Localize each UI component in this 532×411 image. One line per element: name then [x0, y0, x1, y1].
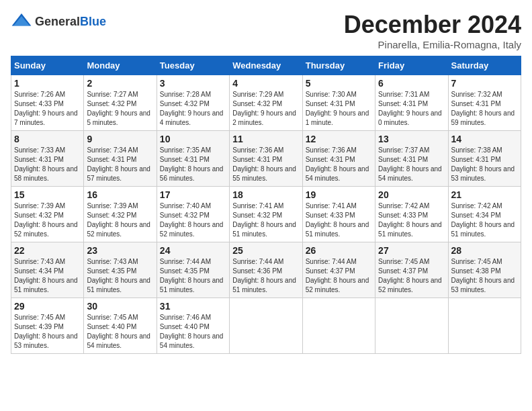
logo-general: General: [35, 15, 80, 28]
calendar-day-12: 12Sunrise: 7:36 AMSunset: 4:31 PMDayligh…: [302, 131, 375, 187]
day-info: Sunrise: 7:43 AMSunset: 4:35 PMDaylight:…: [87, 258, 150, 293]
weekday-header-saturday: Saturday: [448, 56, 521, 75]
calendar-day-4: 4Sunrise: 7:29 AMSunset: 4:32 PMDaylight…: [230, 75, 302, 131]
calendar-day-5: 5Sunrise: 7:30 AMSunset: 4:31 PMDaylight…: [302, 75, 375, 131]
day-info: Sunrise: 7:45 AMSunset: 4:40 PMDaylight:…: [87, 314, 150, 349]
day-info: Sunrise: 7:41 AMSunset: 4:32 PMDaylight:…: [232, 202, 296, 238]
calendar-week-5: 29Sunrise: 7:45 AMSunset: 4:39 PMDayligh…: [11, 298, 521, 354]
month-title: December 2024: [344, 11, 521, 39]
day-info: Sunrise: 7:32 AMSunset: 4:31 PMDaylight:…: [451, 91, 515, 126]
weekday-header-thursday: Thursday: [302, 56, 375, 75]
calendar-day-11: 11Sunrise: 7:36 AMSunset: 4:31 PMDayligh…: [230, 131, 302, 187]
logo-blue: Blue: [80, 15, 106, 28]
day-info: Sunrise: 7:39 AMSunset: 4:32 PMDaylight:…: [87, 202, 150, 238]
logo: GeneralBlue: [11, 11, 106, 32]
day-info: Sunrise: 7:45 AMSunset: 4:39 PMDaylight:…: [14, 314, 78, 349]
weekday-header-wednesday: Wednesday: [230, 56, 302, 75]
day-number: 25: [232, 245, 299, 256]
day-info: Sunrise: 7:27 AMSunset: 4:32 PMDaylight:…: [87, 91, 150, 126]
calendar-week-4: 22Sunrise: 7:43 AMSunset: 4:34 PMDayligh…: [11, 242, 521, 298]
logo-icon: [11, 11, 32, 32]
day-number: 4: [232, 78, 299, 89]
day-info: Sunrise: 7:39 AMSunset: 4:32 PMDaylight:…: [14, 202, 78, 238]
day-number: 11: [232, 134, 299, 144]
day-number: 20: [378, 189, 445, 200]
day-number: 28: [451, 245, 518, 256]
calendar-empty: [302, 298, 375, 354]
calendar-day-7: 7Sunrise: 7:32 AMSunset: 4:31 PMDaylight…: [448, 75, 521, 131]
day-number: 13: [378, 134, 445, 144]
calendar-day-22: 22Sunrise: 7:43 AMSunset: 4:34 PMDayligh…: [11, 242, 84, 298]
title-section: December 2024 Pinarella, Emilia-Romagna,…: [344, 11, 521, 50]
day-info: Sunrise: 7:44 AMSunset: 4:36 PMDaylight:…: [232, 258, 296, 293]
day-number: 2: [87, 78, 153, 89]
day-number: 8: [14, 134, 81, 144]
calendar-day-10: 10Sunrise: 7:35 AMSunset: 4:31 PMDayligh…: [157, 131, 229, 187]
day-info: Sunrise: 7:34 AMSunset: 4:31 PMDaylight:…: [87, 146, 150, 182]
calendar-week-3: 15Sunrise: 7:39 AMSunset: 4:32 PMDayligh…: [11, 187, 521, 242]
day-number: 9: [87, 134, 153, 144]
calendar-empty: [375, 298, 448, 354]
day-info: Sunrise: 7:35 AMSunset: 4:31 PMDaylight:…: [160, 146, 224, 182]
day-number: 27: [378, 245, 445, 256]
day-info: Sunrise: 7:44 AMSunset: 4:37 PMDaylight:…: [306, 258, 369, 293]
day-number: 10: [160, 134, 226, 144]
weekday-header-sunday: Sunday: [11, 56, 84, 75]
calendar-day-17: 17Sunrise: 7:40 AMSunset: 4:32 PMDayligh…: [157, 187, 229, 242]
day-info: Sunrise: 7:30 AMSunset: 4:31 PMDaylight:…: [306, 91, 369, 126]
calendar-day-8: 8Sunrise: 7:33 AMSunset: 4:31 PMDaylight…: [11, 131, 84, 187]
day-number: 1: [14, 78, 81, 89]
day-number: 26: [306, 245, 372, 256]
calendar-day-24: 24Sunrise: 7:44 AMSunset: 4:35 PMDayligh…: [157, 242, 229, 298]
day-info: Sunrise: 7:45 AMSunset: 4:37 PMDaylight:…: [378, 258, 442, 293]
day-info: Sunrise: 7:42 AMSunset: 4:34 PMDaylight:…: [451, 202, 515, 238]
day-number: 29: [14, 301, 81, 312]
day-number: 19: [306, 189, 372, 200]
day-info: Sunrise: 7:36 AMSunset: 4:31 PMDaylight:…: [232, 146, 296, 182]
calendar-empty: [448, 298, 521, 354]
logo-text: GeneralBlue: [35, 15, 106, 29]
weekday-row: SundayMondayTuesdayWednesdayThursdayFrid…: [11, 56, 521, 75]
calendar-day-6: 6Sunrise: 7:31 AMSunset: 4:31 PMDaylight…: [375, 75, 448, 131]
calendar-day-23: 23Sunrise: 7:43 AMSunset: 4:35 PMDayligh…: [84, 242, 157, 298]
calendar-day-29: 29Sunrise: 7:45 AMSunset: 4:39 PMDayligh…: [11, 298, 84, 354]
day-number: 21: [451, 189, 518, 200]
day-info: Sunrise: 7:44 AMSunset: 4:35 PMDaylight:…: [160, 258, 224, 293]
day-info: Sunrise: 7:29 AMSunset: 4:32 PMDaylight:…: [232, 91, 296, 126]
day-info: Sunrise: 7:46 AMSunset: 4:40 PMDaylight:…: [160, 314, 224, 349]
day-info: Sunrise: 7:36 AMSunset: 4:31 PMDaylight:…: [306, 146, 369, 182]
calendar-day-19: 19Sunrise: 7:41 AMSunset: 4:33 PMDayligh…: [302, 187, 375, 242]
day-info: Sunrise: 7:45 AMSunset: 4:38 PMDaylight:…: [451, 258, 515, 293]
day-number: 23: [87, 245, 153, 256]
calendar-day-27: 27Sunrise: 7:45 AMSunset: 4:37 PMDayligh…: [375, 242, 448, 298]
day-number: 31: [160, 301, 226, 312]
day-info: Sunrise: 7:40 AMSunset: 4:32 PMDaylight:…: [160, 202, 224, 238]
day-number: 6: [378, 78, 445, 89]
calendar-day-18: 18Sunrise: 7:41 AMSunset: 4:32 PMDayligh…: [230, 187, 302, 242]
calendar-week-1: 1Sunrise: 7:26 AMSunset: 4:33 PMDaylight…: [11, 75, 521, 131]
calendar-day-30: 30Sunrise: 7:45 AMSunset: 4:40 PMDayligh…: [84, 298, 157, 354]
calendar-day-14: 14Sunrise: 7:38 AMSunset: 4:31 PMDayligh…: [448, 131, 521, 187]
calendar-day-2: 2Sunrise: 7:27 AMSunset: 4:32 PMDaylight…: [84, 75, 157, 131]
day-info: Sunrise: 7:42 AMSunset: 4:33 PMDaylight:…: [378, 202, 442, 238]
calendar-day-20: 20Sunrise: 7:42 AMSunset: 4:33 PMDayligh…: [375, 187, 448, 242]
calendar-week-2: 8Sunrise: 7:33 AMSunset: 4:31 PMDaylight…: [11, 131, 521, 187]
page-header: GeneralBlue December 2024 Pinarella, Emi…: [11, 11, 521, 50]
day-info: Sunrise: 7:28 AMSunset: 4:32 PMDaylight:…: [160, 91, 224, 126]
calendar-day-25: 25Sunrise: 7:44 AMSunset: 4:36 PMDayligh…: [230, 242, 302, 298]
calendar-day-31: 31Sunrise: 7:46 AMSunset: 4:40 PMDayligh…: [157, 298, 229, 354]
day-number: 22: [14, 245, 81, 256]
day-number: 18: [232, 189, 299, 200]
day-number: 7: [451, 78, 518, 89]
location-subtitle: Pinarella, Emilia-Romagna, Italy: [344, 39, 521, 50]
weekday-header-tuesday: Tuesday: [157, 56, 229, 75]
day-number: 30: [87, 301, 153, 312]
day-info: Sunrise: 7:31 AMSunset: 4:31 PMDaylight:…: [378, 91, 442, 126]
weekday-header-friday: Friday: [375, 56, 448, 75]
calendar-day-1: 1Sunrise: 7:26 AMSunset: 4:33 PMDaylight…: [11, 75, 84, 131]
day-number: 14: [451, 134, 518, 144]
calendar-day-3: 3Sunrise: 7:28 AMSunset: 4:32 PMDaylight…: [157, 75, 229, 131]
day-number: 15: [14, 189, 81, 200]
day-number: 5: [306, 78, 372, 89]
day-number: 17: [160, 189, 226, 200]
